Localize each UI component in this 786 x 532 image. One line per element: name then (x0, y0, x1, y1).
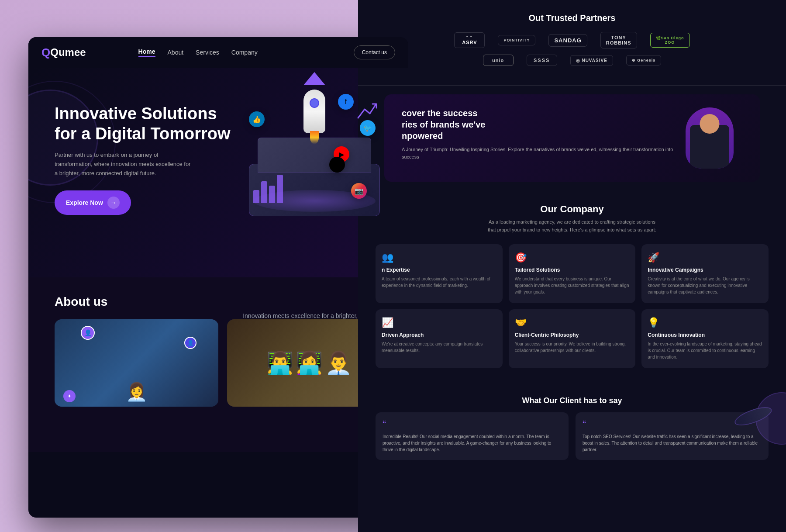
nav-services[interactable]: Services (196, 49, 219, 56)
person-icon-3: 👨‍💼 (325, 350, 352, 376)
nav-about[interactable]: About (168, 49, 184, 56)
feature-title-6: Continuous Innovation (648, 332, 762, 338)
about-title: About us (55, 295, 391, 309)
testimonials-row: “ Incredible Results! Our social media e… (376, 412, 769, 460)
about-image-1: 👤 👤 👩‍💼 ✦ (55, 319, 218, 407)
team-silhouettes: 👤 👤 👩‍💼 ✦ (55, 319, 218, 407)
success-section: cover the successries of brands we'venpo… (371, 94, 773, 182)
nav-home[interactable]: Home (138, 48, 155, 57)
feature-card-5: 🤝 Client-Centric Philosophy Your success… (509, 309, 636, 368)
explore-label: Explore Now (66, 199, 103, 206)
bar-4 (277, 175, 283, 203)
feature-desc-3: Creativity is at the core of what we do.… (648, 276, 762, 295)
partner-nuvasive: ◎ NUVASIVE (570, 55, 613, 66)
hero-graphic: f 🐦 ▶ 📷 ♪ 👍 (240, 76, 389, 225)
feature-title-1: n Expertise (382, 267, 496, 273)
team-photo-1: 👤 👤 👩‍💼 ✦ (55, 319, 218, 407)
client-icon: 🤝 (515, 317, 630, 328)
partner-sandag: SANDAG (548, 34, 587, 47)
hero-subtitle: Partner with us to embark on a journey o… (55, 151, 194, 178)
testimonials-section: What Our Client has to say “ Incredible … (358, 387, 786, 469)
bar-chart (253, 175, 283, 203)
partner-asrv: ⌃⌃ASRV (454, 32, 485, 48)
hero-section: Innovative Solutions for a Digital Tomor… (28, 68, 408, 277)
feature-card-2: 🎯 Tailored Solutions We understand that … (509, 244, 636, 303)
hero-illustration: f 🐦 ▶ 📷 ♪ 👍 (238, 76, 391, 225)
quote-mark-1: “ (383, 419, 562, 430)
about-images: 👤 👤 👩‍💼 ✦ 👨‍💻 👩‍💻 👨‍💼 (55, 319, 391, 407)
instagram-icon: 📷 (351, 183, 367, 199)
explore-button[interactable]: Explore Now → (55, 190, 131, 215)
hero-title-line2: for a Digital Tomorrow (55, 124, 231, 143)
bar-3 (269, 186, 275, 203)
explore-arrow-icon: → (107, 197, 120, 209)
hero-content: Innovative Solutions for a Digital Tomor… (55, 85, 391, 225)
feature-card-6: 💡 Continuous Innovation In the ever-evol… (641, 309, 769, 368)
right-panel: Out Trusted Partners ⌃⌃ASRV POINTIVITY S… (358, 0, 786, 532)
logo-text: Qumee (50, 46, 86, 59)
logo-q: Q (41, 46, 50, 59)
nav-links: Home About Services Company (138, 48, 258, 57)
person-silhouette-1: 👩‍💼 (126, 382, 148, 402)
twitter-icon: 🐦 (360, 120, 376, 136)
avatar-1: 👤 (81, 326, 95, 340)
continuous-icon: 💡 (648, 317, 762, 328)
testimonial-text-2: Top-notch SEO Services! Our website traf… (583, 433, 762, 453)
testimonial-1: “ Incredible Results! Our social media e… (376, 412, 569, 460)
ai-icon: ✦ (63, 390, 76, 402)
hero-title: Innovative Solutions for a Digital Tomor… (55, 104, 238, 144)
person-icon-1: 👨‍💻 (266, 350, 293, 376)
like-icon: 👍 (249, 111, 265, 127)
success-text: cover the successries of brands we'venpo… (402, 107, 686, 169)
logo[interactable]: Q Qumee (41, 46, 86, 59)
tailored-icon: 🎯 (515, 252, 630, 263)
rocket-window (310, 98, 319, 108)
success-card: cover the successries of brands we'venpo… (384, 94, 760, 182)
partner-pointivity: POINTIVITY (498, 35, 535, 45)
browser-window: Q Qumee Home About Services Company Cont… (28, 37, 408, 518)
company-section: Our Company As a leading marketing agenc… (358, 190, 786, 387)
navbar: Q Qumee Home About Services Company Cont… (28, 37, 408, 68)
partner-genesis: ⊕ Genesis (626, 55, 662, 66)
driven-icon: 📈 (382, 317, 496, 328)
about-header: About us Innovation meets excellence for… (55, 295, 391, 309)
company-title: Our Company (376, 204, 769, 215)
trend-arrow (356, 103, 378, 120)
about-section: About us Innovation meets excellence for… (28, 277, 408, 452)
partners-title: Out Trusted Partners (380, 13, 764, 23)
feature-desc-6: In the ever-evolving landscape of market… (648, 341, 762, 360)
partners-section: Out Trusted Partners ⌃⌃ASRV POINTIVITY S… (358, 0, 786, 86)
hero-title-line1: Innovative Solutions (55, 104, 217, 123)
success-subtitle: A Journey of Triumph: Unveiling Inspirin… (402, 146, 677, 160)
rocket-fire (310, 131, 319, 144)
partner-tony-robbins: TONYROBBINS (600, 32, 637, 48)
feature-desc-4: We're at creative concepts: any campaign… (382, 341, 496, 354)
contact-button[interactable]: Contact us (354, 45, 395, 59)
feature-desc-5: Your success is our priority. We believe… (515, 341, 630, 354)
partner-unio: unio (483, 55, 514, 66)
tiktok-icon: ♪ (329, 157, 345, 173)
feature-title-2: Tailored Solutions (515, 267, 630, 273)
partners-row-2: unio SSSS ◎ NUVASIVE ⊕ Genesis (380, 55, 764, 66)
feature-card-3: 🚀 Innovative Campaigns Creativity is at … (641, 244, 769, 303)
company-desc: As a leading marketing agency, we are de… (485, 218, 659, 234)
partner-ssss: SSSS (527, 55, 557, 66)
feature-title-4: Driven Approach (382, 332, 496, 338)
person-icon-2: 👩‍💻 (296, 350, 323, 376)
testimonial-text-1: Incredible Results! Our social media eng… (383, 433, 562, 453)
partner-zoo: 🌿San DiegoZOO (650, 33, 690, 48)
innovative-icon: 🚀 (648, 252, 762, 263)
features-grid: 👥 n Expertise A team of seasoned profess… (376, 244, 769, 368)
person-face (700, 114, 720, 134)
feature-card-4: 📈 Driven Approach We're at creative conc… (376, 309, 503, 368)
nav-company[interactable]: Company (231, 49, 258, 56)
facebook-icon: f (338, 94, 354, 110)
feature-title-3: Innovative Campaigns (648, 267, 762, 273)
success-person (686, 107, 742, 169)
avatar-2: 👤 (184, 337, 196, 349)
success-title: cover the successries of brands we'venpo… (402, 107, 677, 142)
feature-desc-2: We understand that every business is uni… (515, 276, 630, 295)
feature-card-1: 👥 n Expertise A team of seasoned profess… (376, 244, 503, 303)
hero-text: Innovative Solutions for a Digital Tomor… (55, 95, 238, 215)
bar-1 (253, 190, 259, 203)
